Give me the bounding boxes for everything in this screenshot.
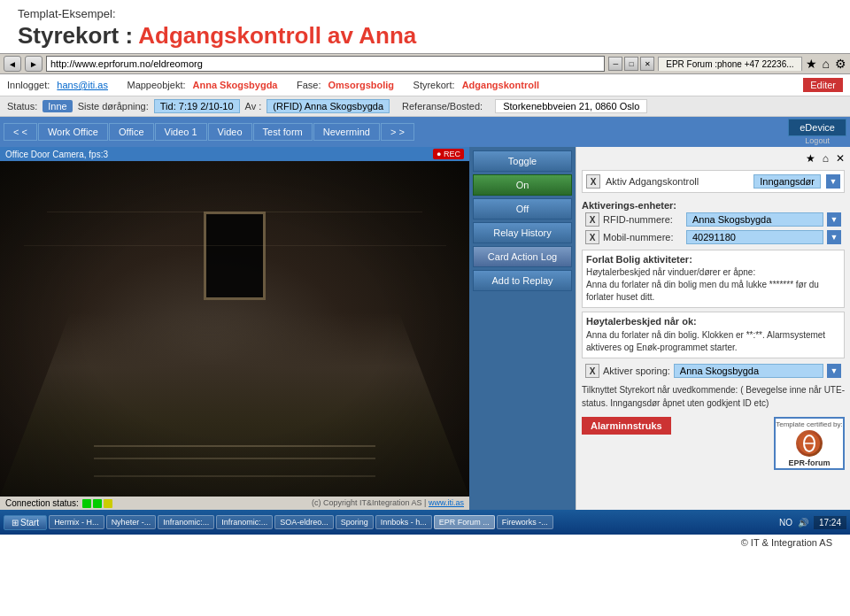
template-label: Templat-Eksempel: <box>18 7 832 20</box>
siste-label: Siste døråpning: <box>78 101 149 112</box>
rfid-value: Anna Skogsbygda <box>686 212 823 227</box>
relay-history-button[interactable]: Relay History <box>473 222 572 243</box>
card-action-log-button[interactable]: Card Action Log <box>473 246 572 267</box>
off-button[interactable]: Off <box>473 198 572 219</box>
start-button[interactable]: ⊞ Start <box>4 515 47 530</box>
restore-icon[interactable]: □ <box>624 57 638 71</box>
camera-view <box>0 161 469 497</box>
star-icon-right[interactable]: ★ <box>806 152 815 165</box>
aktiver-dropdown[interactable]: ▼ <box>827 364 841 378</box>
url-bar[interactable] <box>46 56 605 72</box>
mobil-checkbox[interactable]: X <box>585 230 599 244</box>
taskbar-app-1[interactable]: Hermix - H... <box>49 515 104 529</box>
epr-logo: Template certified by: EPR-forum <box>774 417 845 470</box>
top-info-bar: Innlogget: hans@iti.as Mappeobjekt: Anna… <box>0 74 850 96</box>
nav-video[interactable]: Video <box>208 123 252 141</box>
access-checkbox[interactable]: X <box>586 174 600 189</box>
nav-work-office[interactable]: Work Office <box>38 123 108 141</box>
nav-office[interactable]: Office <box>109 123 154 141</box>
connection-label: Connection status: <box>5 498 79 508</box>
innlogget-label: Innlogget: <box>7 80 50 90</box>
aktiver-label: Aktiver sporing: <box>603 366 670 376</box>
forlat-title: Forlat Bolig aktiviteter: <box>586 254 840 265</box>
camera-area: Office Door Camera, fps:3 ● REC Connecti… <box>0 147 469 510</box>
light-green-2 <box>93 499 102 508</box>
nav-nevermind[interactable]: Nevermind <box>313 123 380 141</box>
taskbar-app-2[interactable]: Nyheter -... <box>106 515 157 529</box>
template-cert-label: Template certified by: <box>776 420 843 428</box>
volume-icon[interactable]: 🔊 <box>798 518 808 527</box>
close-icon[interactable]: ✕ <box>640 57 654 71</box>
access-control-row: X Aktiv Adgangskontroll Inngangsdør ▼ <box>582 170 845 193</box>
nav-prev[interactable]: < < <box>4 123 37 141</box>
home-icon[interactable]: ⌂ <box>823 57 830 71</box>
browser-bar: ◄ ► ─ □ ✕ EPR Forum :phone +47 22236... … <box>0 53 850 74</box>
back-button[interactable]: ◄ <box>4 56 21 72</box>
home-icon-right[interactable]: ⌂ <box>823 152 829 165</box>
alarm-button[interactable]: Alarminnstruks <box>582 417 671 435</box>
hoyta-ok-section: Høytalerbeskjed når ok: Anna du forlater… <box>582 312 845 358</box>
nav-bar: < < Work Office Office Video 1 Video Tes… <box>0 117 850 147</box>
camera-title: Office Door Camera, fps:3 <box>5 150 108 159</box>
nav-video1[interactable]: Video 1 <box>155 123 207 141</box>
camera-connection-bar: Connection status: (c) Copyright IT&Inte… <box>0 497 469 510</box>
camera-overlay <box>0 161 469 497</box>
star-icon[interactable]: ★ <box>806 57 817 71</box>
taskbar-app-5[interactable]: SOA-eldreo... <box>274 515 334 529</box>
rfid-label: RFID-nummere: <box>603 214 683 225</box>
nav-next[interactable]: > > <box>381 123 414 141</box>
clock: 17:24 <box>814 516 846 529</box>
status-label: Status: <box>7 101 37 112</box>
copyright-footer: © IT & Integration AS <box>741 537 832 548</box>
windows-icon: ⊞ <box>12 518 19 527</box>
browser-tab[interactable]: EPR Forum :phone +47 22236... <box>658 57 801 71</box>
fase-value: Omsorgsbolig <box>328 80 395 90</box>
taskbar-app-9[interactable]: Fireworks -... <box>497 515 553 529</box>
title-prefix: Styrekort : <box>18 22 138 49</box>
nav-edevice[interactable]: eDevice <box>788 119 846 136</box>
mobil-dropdown[interactable]: ▼ <box>827 230 841 244</box>
logout-label: Logout <box>788 136 846 145</box>
forlat-section: Forlat Bolig aktiviteter: Høytalerbeskje… <box>582 250 845 308</box>
taskbar-app-4[interactable]: Infranomic:... <box>216 515 273 529</box>
taskbar-app-8[interactable]: EPR Forum ... <box>434 515 495 529</box>
av-label: Av : <box>245 101 262 112</box>
aktiverings-title: Aktiverings-enheter: <box>582 200 845 211</box>
epr-circle <box>796 430 823 457</box>
edit-button[interactable]: Editer <box>803 78 843 92</box>
taskbar-app-3[interactable]: Infranomic:... <box>158 515 214 529</box>
right-panel: ★ ⌂ ✕ X Aktiv Adgangskontroll Inngangsdø… <box>576 147 850 510</box>
bottom-copyright: © IT & Integration AS <box>0 535 850 551</box>
rec-badge: ● REC <box>433 149 464 159</box>
copyright-text: (c) Copyright IT&Integration AS | www.it… <box>312 498 464 508</box>
aktiver-checkbox[interactable]: X <box>585 364 599 378</box>
minimize-icon[interactable]: ─ <box>608 57 622 71</box>
light-green <box>82 499 91 508</box>
epr-forum-label: EPR-forum <box>789 458 831 467</box>
tools-icon[interactable]: ⚙ <box>835 57 846 71</box>
on-button[interactable]: On <box>473 174 572 196</box>
tilknyttet-section: Tilknyttet Styrekort når uvedkommende: (… <box>582 383 845 410</box>
styrekort-value: Adgangskontroll <box>462 80 539 90</box>
add-to-replay-button[interactable]: Add to Replay <box>473 270 572 291</box>
rfid-dropdown[interactable]: ▼ <box>827 212 841 227</box>
language-indicator: NO <box>779 518 792 527</box>
page-title: Adgangskontroll av Anna <box>138 22 416 49</box>
rfid-checkbox[interactable]: X <box>585 212 599 227</box>
innlogget-link[interactable]: hans@iti.as <box>57 80 108 90</box>
taskbar: ⊞ Start Hermix - H... Nyheter -... Infra… <box>0 510 850 535</box>
close-icon-right[interactable]: ✕ <box>836 152 845 165</box>
hoyta-ok-title: Høytalerbeskjed når ok: <box>586 316 840 327</box>
taskbar-app-7[interactable]: Innboks - h... <box>375 515 432 529</box>
toggle-button[interactable]: Toggle <box>473 150 572 172</box>
light-yellow <box>104 499 112 508</box>
access-dropdown[interactable]: ▼ <box>826 174 840 189</box>
iti-link[interactable]: www.iti.as <box>429 498 464 507</box>
browser-icons: ─ □ ✕ <box>608 57 654 71</box>
forward-button[interactable]: ► <box>25 56 42 72</box>
taskbar-app-6[interactable]: Sporing <box>336 515 374 529</box>
nav-test-form[interactable]: Test form <box>253 123 313 141</box>
main-content: Office Door Camera, fps:3 ● REC Connecti… <box>0 147 850 510</box>
hoyta-ok-text: Anna du forlater nå din bolig. Klokken e… <box>586 329 840 354</box>
aktiver-value: Anna Skogsbygda <box>674 364 823 378</box>
